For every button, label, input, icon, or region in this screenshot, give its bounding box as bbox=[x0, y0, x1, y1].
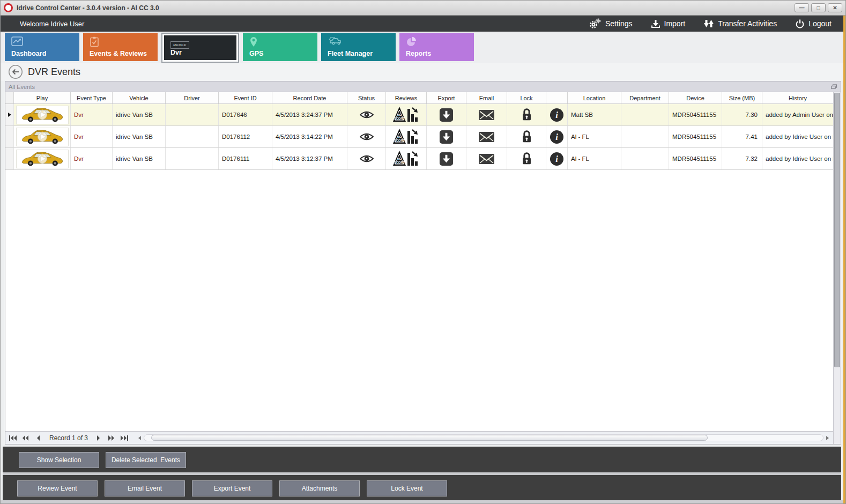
tab-dvr-selected-frame: MERGE Dvr bbox=[161, 33, 239, 63]
car-thumbnail-play-icon[interactable] bbox=[16, 106, 69, 124]
col-header-driver[interactable]: Driver bbox=[166, 92, 219, 103]
col-header-vehicle[interactable]: Vehicle bbox=[113, 92, 166, 103]
reviews-cell[interactable] bbox=[386, 104, 427, 125]
lock-cell[interactable] bbox=[507, 126, 546, 147]
email-cell[interactable] bbox=[466, 126, 507, 147]
col-header-record-date[interactable]: Record Date bbox=[272, 92, 347, 103]
info-icon bbox=[550, 130, 564, 144]
col-header-size[interactable]: Size (MB) bbox=[722, 92, 762, 103]
col-header-email[interactable]: Email bbox=[466, 92, 507, 103]
tab-dashboard[interactable]: Dashboard bbox=[5, 33, 79, 61]
tab-gps[interactable]: GPS bbox=[243, 33, 317, 61]
play-cell[interactable] bbox=[14, 126, 71, 147]
tab-dvr[interactable]: MERGE Dvr bbox=[164, 35, 236, 60]
email-cell[interactable] bbox=[466, 104, 507, 125]
vertical-scrollbar[interactable] bbox=[833, 92, 841, 444]
export-download-icon bbox=[439, 130, 454, 144]
email-event-button[interactable]: Email Event bbox=[105, 480, 185, 496]
status-cell[interactable] bbox=[347, 104, 386, 125]
export-cell[interactable] bbox=[427, 126, 466, 147]
col-header-info[interactable] bbox=[546, 92, 568, 103]
power-icon bbox=[795, 19, 805, 28]
table-row[interactable]: Dvr idrive Van SB D0176111 4/5/2013 3:12… bbox=[5, 148, 833, 170]
info-icon bbox=[550, 152, 564, 166]
col-header-event-type[interactable]: Event Type bbox=[71, 92, 113, 103]
vertical-scrollbar-thumb[interactable] bbox=[834, 93, 840, 367]
window-title: Idrive Control Center - 3.0.4 version - … bbox=[17, 4, 795, 12]
export-cell[interactable] bbox=[427, 148, 466, 169]
event-id-value: D0176111 bbox=[219, 148, 272, 169]
merge-icon: MERGE bbox=[170, 39, 189, 49]
col-header-status[interactable]: Status bbox=[347, 92, 386, 103]
reviews-cell[interactable] bbox=[386, 126, 427, 147]
event-id-value: D017646 bbox=[219, 104, 272, 125]
map-pin-icon bbox=[249, 36, 258, 47]
settings-button[interactable]: Settings bbox=[589, 18, 633, 29]
welcome-text: Welcome Idrive User bbox=[20, 20, 589, 28]
close-button[interactable]: ✕ bbox=[828, 3, 842, 12]
vehicle-value: idrive Van SB bbox=[113, 104, 166, 125]
car-thumbnail-play-icon[interactable] bbox=[16, 128, 69, 146]
events-grid: Play Event Type Vehicle Driver Event ID … bbox=[5, 92, 841, 444]
attachments-button[interactable]: Attachments bbox=[279, 480, 360, 496]
next-record-button[interactable] bbox=[93, 433, 104, 443]
cascade-windows-icon[interactable] bbox=[831, 84, 837, 90]
table-row[interactable]: Dvr idrive Van SB D017646 4/5/2013 3:24:… bbox=[5, 104, 833, 126]
first-record-button[interactable] bbox=[8, 433, 18, 443]
col-header-reviews[interactable]: Reviews bbox=[386, 92, 427, 103]
previous-record-button[interactable] bbox=[33, 433, 44, 443]
show-selection-button[interactable]: Show Selection bbox=[19, 452, 99, 468]
info-cell[interactable] bbox=[546, 126, 568, 147]
col-header-event-id[interactable]: Event ID bbox=[219, 92, 272, 103]
table-row[interactable]: Dvr idrive Van SB D0176112 4/5/2013 3:14… bbox=[5, 126, 833, 148]
col-header-export[interactable]: Export bbox=[427, 92, 466, 103]
horizontal-scrollbar-thumb[interactable] bbox=[151, 435, 708, 441]
scroll-left-icon[interactable] bbox=[136, 436, 144, 440]
back-button[interactable] bbox=[8, 64, 23, 79]
reviews-cell[interactable] bbox=[386, 148, 427, 169]
import-button[interactable]: Import bbox=[651, 19, 686, 28]
email-cell[interactable] bbox=[466, 148, 507, 169]
status-cell[interactable] bbox=[347, 148, 386, 169]
col-header-history[interactable]: History bbox=[762, 92, 833, 103]
tab-events-reviews[interactable]: Events & Reviews bbox=[83, 33, 158, 61]
driver-value bbox=[166, 148, 219, 169]
play-cell[interactable] bbox=[14, 148, 71, 169]
info-cell[interactable] bbox=[546, 148, 568, 169]
tab-fleet-manager[interactable]: Fleet Manager bbox=[321, 33, 396, 61]
previous-page-button[interactable] bbox=[20, 433, 31, 443]
col-header-device[interactable]: Device bbox=[669, 92, 722, 103]
horizontal-scrollbar[interactable] bbox=[136, 434, 831, 442]
record-navigator: Record 1 of 3 bbox=[5, 431, 833, 444]
review-event-button[interactable]: Review Event bbox=[17, 480, 98, 496]
horizontal-scrollbar-track[interactable] bbox=[144, 434, 823, 441]
row-indicator-cell bbox=[5, 148, 14, 169]
group-label: All Events bbox=[9, 84, 831, 90]
department-value bbox=[621, 104, 669, 125]
export-event-button[interactable]: Export Event bbox=[192, 480, 272, 496]
delete-selected-events-button[interactable]: Delete Selected Events bbox=[106, 452, 186, 468]
event-actions-toolbar: Review Event Email Event Export Event At… bbox=[3, 475, 841, 501]
play-cell[interactable] bbox=[14, 104, 71, 125]
scroll-right-icon[interactable] bbox=[823, 436, 831, 440]
export-download-icon bbox=[439, 152, 454, 166]
padlock-icon bbox=[521, 129, 533, 144]
lock-event-button[interactable]: Lock Event bbox=[367, 480, 447, 496]
last-record-button[interactable] bbox=[119, 433, 130, 443]
minimize-button[interactable]: — bbox=[795, 3, 809, 12]
logout-button[interactable]: Logout bbox=[795, 19, 832, 28]
lock-cell[interactable] bbox=[507, 148, 546, 169]
col-header-lock[interactable]: Lock bbox=[507, 92, 546, 103]
status-cell[interactable] bbox=[347, 126, 386, 147]
next-page-button[interactable] bbox=[106, 433, 117, 443]
tab-reports[interactable]: Reports bbox=[399, 33, 474, 61]
transfer-activities-button[interactable]: Transfer Activities bbox=[703, 19, 777, 28]
info-cell[interactable] bbox=[546, 104, 568, 125]
lock-cell[interactable] bbox=[507, 104, 546, 125]
car-thumbnail-play-icon[interactable] bbox=[16, 150, 69, 168]
col-header-department[interactable]: Department bbox=[621, 92, 669, 103]
export-cell[interactable] bbox=[427, 104, 466, 125]
maximize-button[interactable]: □ bbox=[811, 3, 826, 12]
col-header-play[interactable]: Play bbox=[14, 92, 71, 103]
col-header-location[interactable]: Location bbox=[568, 92, 621, 103]
